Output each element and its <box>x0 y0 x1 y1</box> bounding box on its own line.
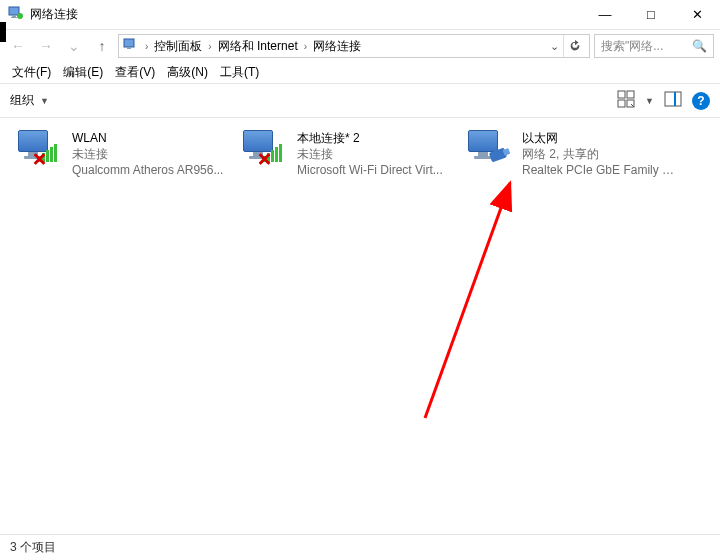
view-caret-icon: ▼ <box>645 96 654 106</box>
connection-item-local[interactable]: 本地连接* 2 未连接 Microsoft Wi-Fi Direct Virt.… <box>235 126 460 182</box>
menu-tools[interactable]: 工具(T) <box>216 62 263 83</box>
help-button[interactable]: ? <box>692 92 710 110</box>
connection-item-ethernet[interactable]: 以太网 网络 2, 共享的 Realtek PCIe GbE Family C.… <box>460 126 685 182</box>
back-button[interactable]: ← <box>6 34 30 58</box>
connection-name: 以太网 <box>522 130 679 146</box>
wifi-disconnected-icon <box>16 130 64 170</box>
crumb-sep: › <box>145 41 148 52</box>
recent-dropdown[interactable]: ⌄ <box>62 34 86 58</box>
annotation-arrow <box>405 178 535 428</box>
status-bar: 3 个项目 <box>0 534 720 560</box>
svg-point-3 <box>17 13 23 19</box>
svg-rect-8 <box>618 100 625 107</box>
crumb-sep: › <box>208 41 211 52</box>
menu-view[interactable]: 查看(V) <box>111 62 159 83</box>
search-placeholder: 搜索"网络... <box>601 38 663 55</box>
close-button[interactable]: ✕ <box>674 0 720 30</box>
connection-item-wlan[interactable]: WLAN 未连接 Qualcomm Atheros AR956... <box>10 126 235 182</box>
forward-button[interactable]: → <box>34 34 58 58</box>
window-icon <box>8 5 24 25</box>
address-dropdown[interactable]: ⌄ <box>550 40 559 53</box>
window-title: 网络连接 <box>30 6 78 23</box>
svg-rect-4 <box>124 39 134 47</box>
connection-status: 网络 2, 共享的 <box>522 146 679 162</box>
external-occlusion <box>0 22 6 42</box>
crumb-2[interactable]: 网络连接 <box>313 38 361 55</box>
svg-rect-7 <box>627 91 634 98</box>
menu-bar: 文件(F) 编辑(E) 查看(V) 高级(N) 工具(T) <box>0 62 720 84</box>
refresh-button[interactable] <box>563 35 585 57</box>
svg-rect-1 <box>12 15 16 17</box>
crumb-1[interactable]: 网络和 Internet <box>218 38 298 55</box>
titlebar: 网络连接 — □ ✕ <box>0 0 720 30</box>
status-text: 3 个项目 <box>10 539 56 556</box>
window-controls: — □ ✕ <box>582 0 720 30</box>
wifi-disconnected-icon <box>241 130 289 170</box>
svg-line-12 <box>425 183 510 418</box>
connection-status: 未连接 <box>72 146 223 162</box>
crumb-0[interactable]: 控制面板 <box>154 38 202 55</box>
menu-edit[interactable]: 编辑(E) <box>59 62 107 83</box>
address-bar[interactable]: › 控制面板 › 网络和 Internet › 网络连接 ⌄ <box>118 34 590 58</box>
ethernet-icon <box>466 130 514 170</box>
address-icon <box>123 37 139 56</box>
svg-rect-2 <box>11 17 17 18</box>
organize-label: 组织 <box>10 92 34 109</box>
connection-device: Qualcomm Atheros AR956... <box>72 162 223 178</box>
up-button[interactable]: ↑ <box>90 34 114 58</box>
crumb-sep: › <box>304 41 307 52</box>
connection-device: Realtek PCIe GbE Family C... <box>522 162 679 178</box>
svg-rect-10 <box>665 92 681 106</box>
connections-grid: WLAN 未连接 Qualcomm Atheros AR956... 本地连接*… <box>10 126 710 182</box>
toolbar: 组织 ▼ ▼ ? <box>0 84 720 118</box>
svg-rect-0 <box>9 7 19 15</box>
search-icon: 🔍 <box>692 39 707 53</box>
minimize-button[interactable]: — <box>582 0 628 30</box>
connection-name: 本地连接* 2 <box>297 130 443 146</box>
search-box[interactable]: 搜索"网络... 🔍 <box>594 34 714 58</box>
connection-status: 未连接 <box>297 146 443 162</box>
maximize-button[interactable]: □ <box>628 0 674 30</box>
preview-pane-button[interactable] <box>664 90 682 111</box>
nav-row: ← → ⌄ ↑ › 控制面板 › 网络和 Internet › 网络连接 ⌄ 搜… <box>0 30 720 62</box>
content-area: WLAN 未连接 Qualcomm Atheros AR956... 本地连接*… <box>0 118 720 534</box>
organize-caret-icon: ▼ <box>40 96 49 106</box>
organize-button[interactable]: 组织 ▼ <box>10 92 49 109</box>
menu-file[interactable]: 文件(F) <box>8 62 55 83</box>
svg-rect-5 <box>127 47 131 49</box>
connection-name: WLAN <box>72 130 223 146</box>
svg-rect-6 <box>618 91 625 98</box>
menu-advanced[interactable]: 高级(N) <box>163 62 212 83</box>
view-layout-button[interactable] <box>617 90 635 111</box>
connection-device: Microsoft Wi-Fi Direct Virt... <box>297 162 443 178</box>
